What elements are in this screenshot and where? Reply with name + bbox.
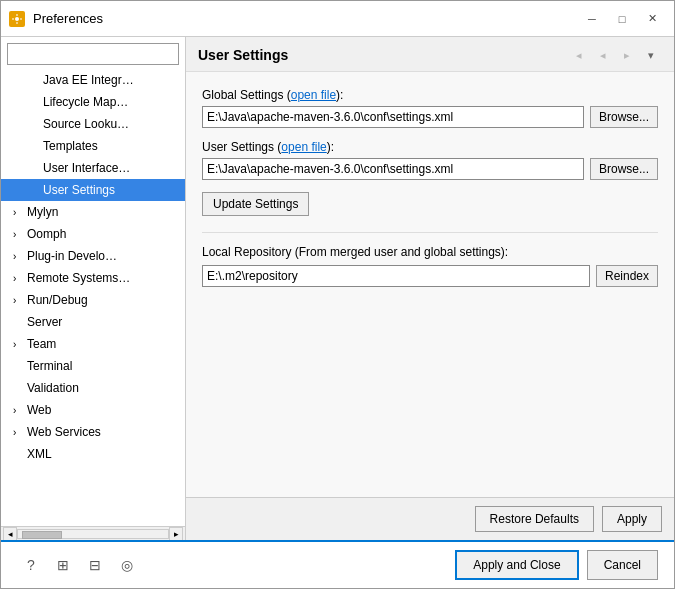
apply-and-close-button[interactable]: Apply and Close [455, 550, 578, 580]
cancel-button[interactable]: Cancel [587, 550, 658, 580]
user-settings-label: User Settings (open file): [202, 140, 658, 154]
sidebar-item-remote-systems[interactable]: › Remote Systems… [1, 267, 185, 289]
user-open-file-link[interactable]: open file [281, 140, 326, 154]
arrow-icon: › [13, 229, 23, 240]
user-settings-row: Browse... [202, 158, 658, 180]
global-open-file-link[interactable]: open file [291, 88, 336, 102]
svg-rect-2 [17, 14, 18, 16]
arrow-icon: › [13, 339, 23, 350]
arrow-icon: › [13, 207, 23, 218]
local-repo-label: Local Repository (From merged user and g… [202, 245, 658, 259]
sidebar-item-mylyn[interactable]: › Mylyn [1, 201, 185, 223]
nav-back-button[interactable]: ◂ [568, 45, 590, 65]
sidebar-item-templates[interactable]: Templates [1, 135, 185, 157]
import-button[interactable]: ⊟ [81, 551, 109, 579]
dialog-footer: ? ⊞ ⊟ ◎ Apply and Close Cancel [1, 540, 674, 588]
sidebar-item-label: Lifecycle Map… [43, 95, 128, 109]
sidebar-item-label: Templates [43, 139, 98, 153]
nav-forward-button[interactable]: ▸ [616, 45, 638, 65]
sidebar-item-server[interactable]: Server [1, 311, 185, 333]
svg-point-1 [15, 17, 19, 21]
sidebar-item-lifecycle[interactable]: Lifecycle Map… [1, 91, 185, 113]
global-browse-button[interactable]: Browse... [590, 106, 658, 128]
scrollbar-track[interactable] [17, 529, 169, 539]
sidebar-item-run-debug[interactable]: › Run/Debug [1, 289, 185, 311]
restore-defaults-button[interactable]: Restore Defaults [475, 506, 594, 532]
import-icon: ⊟ [89, 557, 101, 573]
sidebar-item-web[interactable]: › Web [1, 399, 185, 421]
local-repo-row: Reindex [202, 265, 658, 287]
sidebar-item-xml[interactable]: XML [1, 443, 185, 465]
apply-button[interactable]: Apply [602, 506, 662, 532]
sidebar-item-label: Remote Systems… [27, 271, 130, 285]
sidebar-item-web-services[interactable]: › Web Services [1, 421, 185, 443]
tree-area: Java EE Integr… Lifecycle Map… Source Lo… [1, 69, 185, 526]
horizontal-scrollbar[interactable]: ◂ ▸ [1, 526, 185, 540]
sidebar-item-validation[interactable]: Validation [1, 377, 185, 399]
sidebar-item-label: User Interface… [43, 161, 130, 175]
sidebar-item-oomph[interactable]: › Oomph [1, 223, 185, 245]
sidebar-item-label: Web Services [27, 425, 101, 439]
sidebar: Java EE Integr… Lifecycle Map… Source Lo… [1, 37, 186, 540]
sidebar-item-label: Run/Debug [27, 293, 88, 307]
sidebar-item-java-ee[interactable]: Java EE Integr… [1, 69, 185, 91]
global-settings-row: Browse... [202, 106, 658, 128]
arrow-icon: › [13, 273, 23, 284]
nav-dropdown-button[interactable]: ▾ [640, 45, 662, 65]
panel-footer: Restore Defaults Apply [186, 497, 674, 540]
window-title: Preferences [33, 11, 578, 26]
nav-back2-button[interactable]: ◂ [592, 45, 614, 65]
update-settings-button[interactable]: Update Settings [202, 192, 309, 216]
export-button[interactable]: ⊞ [49, 551, 77, 579]
sidebar-item-label: Source Looku… [43, 117, 129, 131]
scroll-right-button[interactable]: ▸ [169, 527, 183, 541]
sidebar-item-user-interface[interactable]: User Interface… [1, 157, 185, 179]
sidebar-item-label: Terminal [27, 359, 72, 373]
main-content: Java EE Integr… Lifecycle Map… Source Lo… [1, 37, 674, 540]
arrow-icon: › [13, 427, 23, 438]
global-settings-label: Global Settings (open file): [202, 88, 658, 102]
export-icon: ⊞ [57, 557, 69, 573]
panel-title: User Settings [198, 47, 288, 63]
settings-icon-button[interactable]: ◎ [113, 551, 141, 579]
user-settings-input[interactable] [202, 158, 584, 180]
sidebar-item-label: Server [27, 315, 62, 329]
local-repo-input[interactable] [202, 265, 590, 287]
sidebar-item-source-lookup[interactable]: Source Looku… [1, 113, 185, 135]
divider [202, 232, 658, 233]
sidebar-item-label: Web [27, 403, 51, 417]
app-icon [9, 11, 25, 27]
user-browse-button[interactable]: Browse... [590, 158, 658, 180]
settings-icon: ◎ [121, 557, 133, 573]
scroll-left-button[interactable]: ◂ [3, 527, 17, 541]
maximize-button[interactable]: □ [608, 9, 636, 29]
scrollbar-thumb[interactable] [22, 531, 62, 539]
window-controls: ─ □ ✕ [578, 9, 666, 29]
dialog-footer-icons: ? ⊞ ⊟ ◎ [17, 551, 141, 579]
preferences-window: Preferences ─ □ ✕ Java EE Integr… Lifecy… [0, 0, 675, 589]
arrow-icon: › [13, 405, 23, 416]
global-settings-input[interactable] [202, 106, 584, 128]
reindex-button[interactable]: Reindex [596, 265, 658, 287]
sidebar-item-user-settings[interactable]: User Settings [1, 179, 185, 201]
sidebar-item-label: User Settings [43, 183, 115, 197]
close-button[interactable]: ✕ [638, 9, 666, 29]
arrow-icon: › [13, 295, 23, 306]
nav-arrows: ◂ ◂ ▸ ▾ [568, 45, 662, 65]
help-button[interactable]: ? [17, 551, 45, 579]
sidebar-item-plugin-dev[interactable]: › Plug-in Develo… [1, 245, 185, 267]
svg-rect-3 [17, 22, 18, 24]
title-bar: Preferences ─ □ ✕ [1, 1, 674, 37]
search-box [1, 37, 185, 69]
search-input[interactable] [7, 43, 179, 65]
help-icon: ? [27, 557, 35, 573]
sidebar-item-label: Team [27, 337, 56, 351]
panel-body: Global Settings (open file): Browse... U… [186, 72, 674, 497]
sidebar-item-label: XML [27, 447, 52, 461]
minimize-button[interactable]: ─ [578, 9, 606, 29]
sidebar-item-label: Oomph [27, 227, 66, 241]
right-panel: User Settings ◂ ◂ ▸ ▾ Global Settings (o… [186, 37, 674, 540]
sidebar-item-label: Validation [27, 381, 79, 395]
sidebar-item-terminal[interactable]: Terminal [1, 355, 185, 377]
sidebar-item-team[interactable]: › Team [1, 333, 185, 355]
